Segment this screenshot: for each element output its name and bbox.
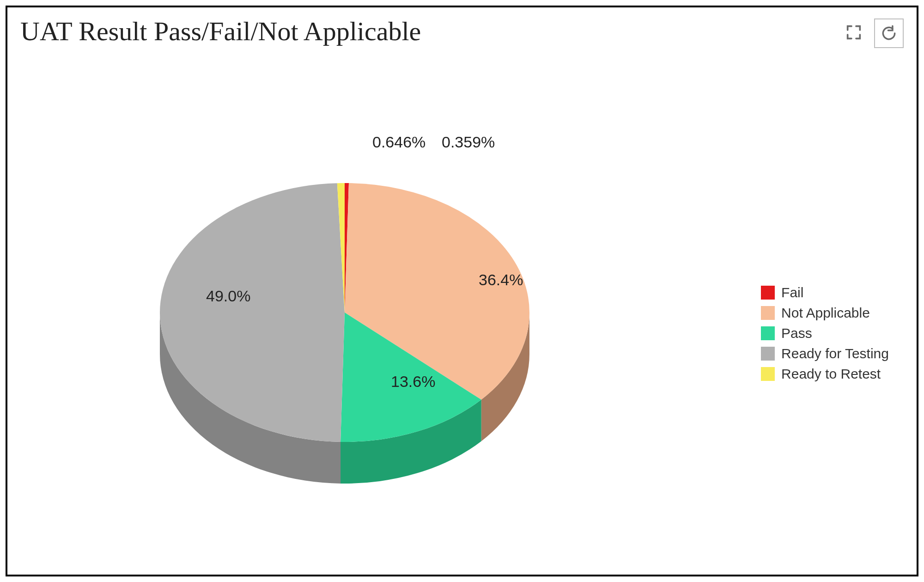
legend-item-pass: Pass	[761, 325, 889, 341]
slice-label-ready-testing: 49.0%	[206, 287, 250, 305]
legend-item-fail: Fail	[761, 285, 889, 300]
legend-swatch	[761, 306, 775, 320]
legend-swatch	[761, 286, 775, 300]
expand-icon[interactable]	[840, 18, 868, 46]
legend-label: Pass	[781, 325, 812, 341]
legend-swatch	[761, 326, 775, 340]
legend-swatch	[761, 347, 775, 361]
legend-item-ready-retest: Ready to Retest	[761, 366, 889, 382]
refresh-icon[interactable]	[874, 18, 904, 48]
card-actions	[840, 16, 904, 48]
chart-title: UAT Result Pass/Fail/Not Applicable	[20, 16, 421, 47]
card-header: UAT Result Pass/Fail/Not Applicable	[7, 7, 917, 48]
slice-label-pass: 13.6%	[391, 373, 435, 391]
pie-chart	[137, 141, 553, 521]
chart-card: UAT Result Pass/Fail/Not Applicable 0.35…	[6, 6, 918, 576]
legend-swatch	[761, 367, 775, 381]
legend: Fail Not Applicable Pass Ready for Testi…	[761, 285, 889, 386]
legend-label: Ready to Retest	[781, 366, 881, 382]
legend-label: Not Applicable	[781, 305, 870, 321]
slice-label-ready-retest: 0.646%	[372, 133, 426, 151]
legend-item-ready-testing: Ready for Testing	[761, 346, 889, 361]
chart-area: 0.359% 36.4% 13.6% 49.0% 0.646% Fail Not…	[7, 63, 917, 575]
slice-label-not-applicable: 36.4%	[479, 271, 523, 289]
legend-item-not-applicable: Not Applicable	[761, 305, 889, 321]
slice-label-fail: 0.359%	[442, 133, 495, 151]
legend-label: Ready for Testing	[781, 346, 889, 361]
legend-label: Fail	[781, 285, 803, 300]
